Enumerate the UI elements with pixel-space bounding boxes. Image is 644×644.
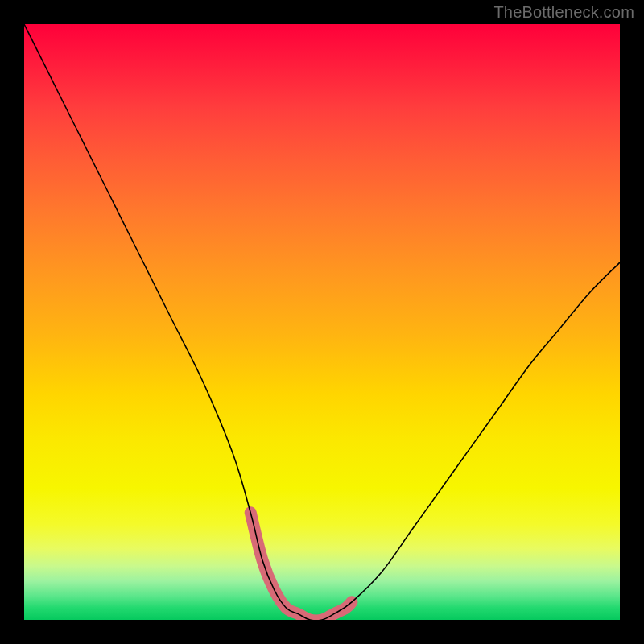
plot-area: [24, 24, 620, 620]
bottleneck-curve-line: [24, 24, 620, 620]
chart-frame: TheBottleneck.com: [0, 0, 644, 644]
watermark-text: TheBottleneck.com: [493, 3, 634, 22]
sweet-spot-highlight: [250, 513, 352, 620]
chart-svg: [24, 24, 620, 620]
